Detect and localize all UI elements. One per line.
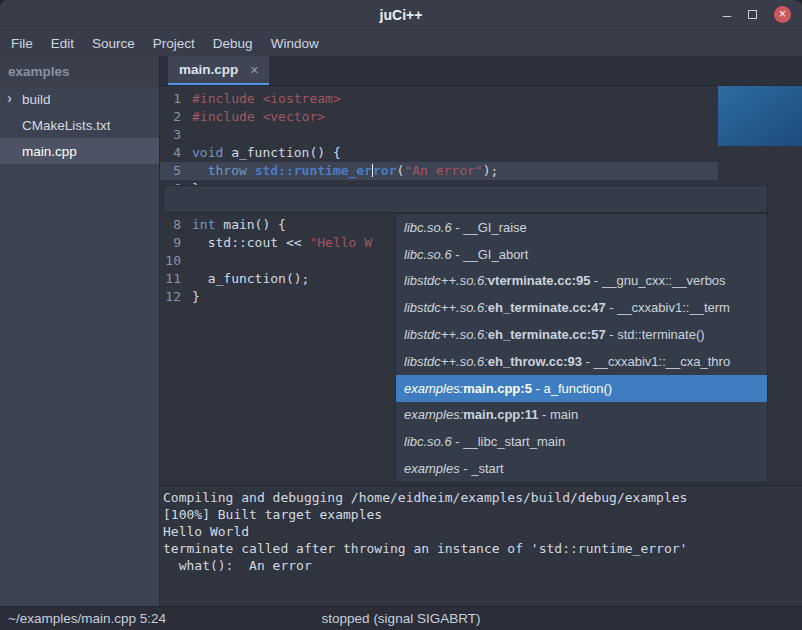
debug-status: stopped (signal SIGABRT) xyxy=(322,611,481,626)
terminal-line: terminate called after throwing an insta… xyxy=(163,540,802,557)
menu-item-window[interactable]: Window xyxy=(262,30,328,56)
backtrace-lib: examples: xyxy=(404,381,463,396)
tree-item-main-cpp[interactable]: main.cpp xyxy=(0,138,159,164)
code-token: throw xyxy=(208,163,247,178)
backtrace-symbol: - __GI_raise xyxy=(452,220,527,235)
menu-item-debug[interactable]: Debug xyxy=(204,30,262,56)
editor-pane: main.cpp × 1 #include <iostream> 2 #incl… xyxy=(160,56,802,606)
code-token: #include xyxy=(192,91,262,106)
terminal-line: [100%] Built target examples xyxy=(163,506,802,523)
backtrace-symbol: - __gnu_cxx::__verbos xyxy=(590,273,725,288)
line-number: 11 xyxy=(160,270,186,288)
file-tree: › build CMakeLists.txt main.cpp xyxy=(0,86,159,164)
backtrace-symbol: - a_function() xyxy=(532,381,612,396)
code-token: "Hello W xyxy=(309,235,372,250)
restore-icon xyxy=(748,10,757,19)
minimize-button[interactable]: – xyxy=(723,10,731,20)
backtrace-lib: libstdc++.so.6: xyxy=(404,354,488,369)
code-token: ror xyxy=(373,163,396,178)
code-line[interactable]: 5 throw std::runtime_error("An error"); xyxy=(160,162,802,180)
line-number: 3 xyxy=(160,126,186,144)
backtrace-item-selected[interactable]: examples:main.cpp:5 - a_function() xyxy=(396,375,767,402)
tree-item-cmakelists[interactable]: CMakeLists.txt xyxy=(0,112,159,138)
code-token xyxy=(247,163,255,178)
statusbar: ~/examples/main.cpp 5:24 stopped (signal… xyxy=(0,606,802,630)
backtrace-lib: libstdc++.so.6: xyxy=(404,273,488,288)
code-token: std::cout << xyxy=(192,235,309,250)
menu-item-file[interactable]: File xyxy=(2,30,42,56)
backtrace-symbol: - _start xyxy=(460,461,504,476)
code-token: void xyxy=(192,145,223,160)
code-token: a_function() { xyxy=(223,145,340,160)
chevron-right-icon[interactable]: › xyxy=(7,89,12,106)
code-token: main() { xyxy=(215,217,285,232)
backtrace-lib: libstdc++.so.6: xyxy=(404,327,488,342)
code-token: <iostream> xyxy=(262,91,340,106)
backtrace-symbol: - __cxxabiv1::__term xyxy=(606,300,730,315)
backtrace-lib: libc.so.6 xyxy=(404,220,452,235)
backtrace-lib: examples: xyxy=(404,407,463,422)
cursor-location-status: ~/examples/main.cpp 5:24 xyxy=(0,611,166,626)
code-line[interactable]: 1 #include <iostream> xyxy=(160,90,802,108)
output-terminal[interactable]: Compiling and debugging /home/eidheim/ex… xyxy=(160,485,802,606)
window-title: juCi++ xyxy=(0,7,802,23)
code-line[interactable]: 4 void a_function() { xyxy=(160,144,802,162)
code-token: #include xyxy=(192,109,262,124)
code-token: <vector> xyxy=(262,109,325,124)
backtrace-item[interactable]: libstdc++.so.6:eh_throw.cc:93 - __cxxabi… xyxy=(396,348,767,375)
menu-item-project[interactable]: Project xyxy=(144,30,204,56)
backtrace-location: eh_throw.cc:93 xyxy=(488,354,582,369)
backtrace-item[interactable]: libstdc++.so.6:eh_terminate.cc:47 - __cx… xyxy=(396,294,767,321)
restore-button[interactable] xyxy=(748,10,757,19)
backtrace-lib: libc.so.6 xyxy=(404,247,452,262)
juci-window: juCi++ – × File Edit Source Project Debu… xyxy=(0,0,802,630)
line-number: 9 xyxy=(160,234,186,252)
backtrace-location: eh_terminate.cc:47 xyxy=(488,300,606,315)
tree-item-label: main.cpp xyxy=(22,144,77,159)
blue-overlay xyxy=(718,86,802,146)
line-number: 8 xyxy=(160,216,186,234)
terminal-line: Compiling and debugging /home/eidheim/ex… xyxy=(163,489,802,506)
tab-main-cpp[interactable]: main.cpp × xyxy=(168,56,269,85)
backtrace-item[interactable]: libstdc++.so.6:vterminate.cc:95 - __gnu_… xyxy=(396,268,767,295)
window-controls: – × xyxy=(723,6,802,23)
backtrace-lib: examples xyxy=(404,461,460,476)
backtrace-item[interactable]: libc.so.6 - __GI_abort xyxy=(396,241,767,268)
line-number: 1 xyxy=(160,90,186,108)
line-number: 2 xyxy=(160,108,186,126)
code-line[interactable]: 3 xyxy=(160,126,802,144)
main-area: examples › build CMakeLists.txt main.cpp… xyxy=(0,56,802,606)
backtrace-item[interactable]: libc.so.6 - __libc_start_main xyxy=(396,428,767,455)
tree-item-label: CMakeLists.txt xyxy=(22,118,111,133)
tree-item-label: build xyxy=(22,92,51,107)
backtrace-location: eh_terminate.cc:57 xyxy=(488,327,606,342)
line-number: 10 xyxy=(160,252,186,270)
titlebar[interactable]: juCi++ – × xyxy=(0,0,802,30)
code-token: ); xyxy=(483,163,499,178)
line-number: 12 xyxy=(160,288,186,306)
tree-item-build[interactable]: › build xyxy=(0,86,159,112)
backtrace-item[interactable]: libstdc++.so.6:eh_terminate.cc:57 - std:… xyxy=(396,321,767,348)
backtrace-lib: libc.so.6 xyxy=(404,434,452,449)
backtrace-location: main.cpp:5 xyxy=(463,381,532,396)
code-token: } xyxy=(192,289,200,304)
code-editor[interactable]: 1 #include <iostream> 2 #include <vector… xyxy=(160,86,802,485)
project-name-header: examples xyxy=(0,56,159,86)
tab-close-icon[interactable]: × xyxy=(250,63,258,77)
code-token: a_function(); xyxy=(192,271,309,286)
backtrace-item[interactable]: examples - _start xyxy=(396,455,767,482)
backtrace-symbol: - std::terminate() xyxy=(606,327,705,342)
code-token: "An error" xyxy=(404,163,482,178)
terminal-line: Hello World xyxy=(163,523,802,540)
backtrace-symbol: - main xyxy=(538,407,578,422)
backtrace-item[interactable]: examples:main.cpp:11 - main xyxy=(396,402,767,429)
backtrace-lib: libstdc++.so.6: xyxy=(404,300,488,315)
close-button[interactable]: × xyxy=(774,6,791,23)
backtrace-filter-entry[interactable] xyxy=(163,185,768,213)
line-number: 4 xyxy=(160,144,186,162)
backtrace-item[interactable]: libc.so.6 - __GI_raise xyxy=(396,214,767,241)
menu-item-edit[interactable]: Edit xyxy=(42,30,83,56)
menu-item-source[interactable]: Source xyxy=(83,30,144,56)
line-number: 5 xyxy=(160,162,186,180)
code-line[interactable]: 2 #include <vector> xyxy=(160,108,802,126)
